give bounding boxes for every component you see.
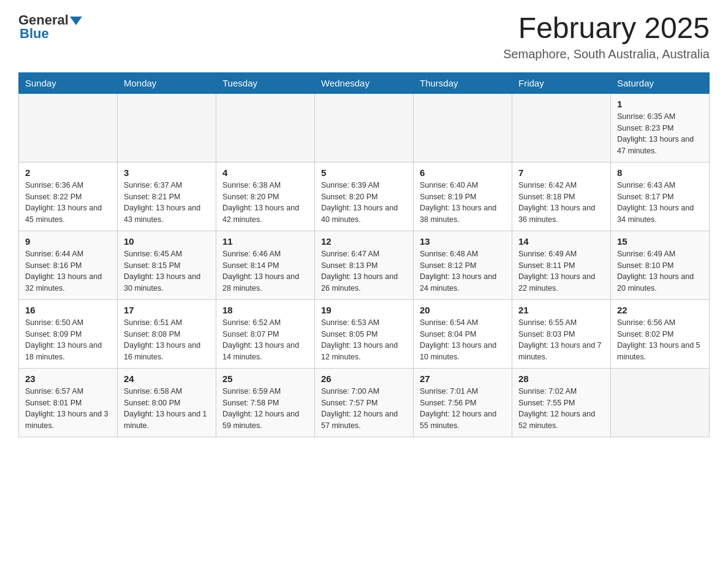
day-info: Sunrise: 6:46 AMSunset: 8:14 PMDaylight:… — [222, 248, 308, 294]
calendar-day-cell — [216, 93, 315, 162]
day-info: Sunrise: 6:38 AMSunset: 8:20 PMDaylight:… — [222, 180, 308, 226]
calendar-week-row: 16Sunrise: 6:50 AMSunset: 8:09 PMDayligh… — [19, 299, 710, 368]
day-number: 26 — [321, 373, 407, 384]
calendar-day-cell: 5Sunrise: 6:39 AMSunset: 8:20 PMDaylight… — [315, 162, 414, 231]
day-info: Sunrise: 6:49 AMSunset: 8:10 PMDaylight:… — [617, 248, 703, 294]
location-title: Semaphore, South Australia, Australia — [503, 47, 710, 61]
calendar-day-cell: 12Sunrise: 6:47 AMSunset: 8:13 PMDayligh… — [315, 231, 414, 299]
calendar-day-cell: 3Sunrise: 6:37 AMSunset: 8:21 PMDaylight… — [118, 162, 216, 231]
calendar-week-row: 1Sunrise: 6:35 AMSunset: 8:23 PMDaylight… — [19, 93, 710, 162]
calendar-day-cell: 2Sunrise: 6:36 AMSunset: 8:22 PMDaylight… — [19, 162, 118, 231]
calendar-day-cell: 28Sunrise: 7:02 AMSunset: 7:55 PMDayligh… — [512, 368, 611, 437]
day-number: 22 — [617, 305, 703, 315]
day-info: Sunrise: 6:35 AMSunset: 8:23 PMDaylight:… — [617, 111, 703, 157]
calendar-header-tuesday: Tuesday — [216, 72, 315, 93]
day-number: 12 — [321, 236, 407, 247]
calendar-day-cell: 27Sunrise: 7:01 AMSunset: 7:56 PMDayligh… — [414, 368, 512, 437]
calendar-day-cell: 26Sunrise: 7:00 AMSunset: 7:57 PMDayligh… — [315, 368, 414, 437]
day-info: Sunrise: 6:44 AMSunset: 8:16 PMDaylight:… — [25, 248, 111, 294]
day-info: Sunrise: 6:57 AMSunset: 8:01 PMDaylight:… — [25, 386, 111, 432]
calendar-day-cell — [19, 93, 118, 162]
day-info: Sunrise: 6:48 AMSunset: 8:12 PMDaylight:… — [420, 248, 506, 294]
day-number: 9 — [25, 236, 111, 247]
calendar-day-cell — [118, 93, 216, 162]
day-number: 27 — [420, 373, 506, 384]
day-number: 11 — [222, 236, 308, 247]
calendar-day-cell: 22Sunrise: 6:56 AMSunset: 8:02 PMDayligh… — [611, 299, 710, 368]
calendar-header-saturday: Saturday — [611, 72, 710, 93]
calendar-day-cell: 6Sunrise: 6:40 AMSunset: 8:19 PMDaylight… — [414, 162, 512, 231]
day-number: 19 — [321, 305, 407, 315]
day-info: Sunrise: 6:37 AMSunset: 8:21 PMDaylight:… — [124, 180, 210, 226]
day-number: 14 — [518, 236, 604, 247]
day-info: Sunrise: 7:00 AMSunset: 7:57 PMDaylight:… — [321, 386, 407, 432]
day-info: Sunrise: 6:52 AMSunset: 8:07 PMDaylight:… — [222, 317, 308, 363]
day-info: Sunrise: 6:40 AMSunset: 8:19 PMDaylight:… — [420, 180, 506, 226]
day-number: 24 — [124, 373, 210, 384]
calendar-table: SundayMondayTuesdayWednesdayThursdayFrid… — [18, 72, 710, 437]
day-info: Sunrise: 6:56 AMSunset: 8:02 PMDaylight:… — [617, 317, 703, 363]
day-info: Sunrise: 6:42 AMSunset: 8:18 PMDaylight:… — [518, 180, 604, 226]
calendar-day-cell: 24Sunrise: 6:58 AMSunset: 8:00 PMDayligh… — [118, 368, 216, 437]
day-number: 4 — [222, 167, 308, 178]
day-number: 5 — [321, 167, 407, 178]
day-number: 25 — [222, 373, 308, 384]
day-info: Sunrise: 7:01 AMSunset: 7:56 PMDaylight:… — [420, 386, 506, 432]
day-number: 16 — [25, 305, 111, 315]
calendar-day-cell: 15Sunrise: 6:49 AMSunset: 8:10 PMDayligh… — [611, 231, 710, 299]
calendar-day-cell — [512, 93, 611, 162]
day-number: 23 — [25, 373, 111, 384]
calendar-day-cell: 7Sunrise: 6:42 AMSunset: 8:18 PMDaylight… — [512, 162, 611, 231]
calendar-day-cell: 19Sunrise: 6:53 AMSunset: 8:05 PMDayligh… — [315, 299, 414, 368]
calendar-header-sunday: Sunday — [19, 72, 118, 93]
calendar-day-cell — [414, 93, 512, 162]
calendar-day-cell — [611, 368, 710, 437]
day-number: 8 — [617, 167, 703, 178]
calendar-day-cell: 4Sunrise: 6:38 AMSunset: 8:20 PMDaylight… — [216, 162, 315, 231]
page-header: General Blue February 2025 Semaphore, So… — [18, 12, 710, 61]
calendar-day-cell — [315, 93, 414, 162]
calendar-day-cell: 16Sunrise: 6:50 AMSunset: 8:09 PMDayligh… — [19, 299, 118, 368]
calendar-header-wednesday: Wednesday — [315, 72, 414, 93]
day-info: Sunrise: 6:45 AMSunset: 8:15 PMDaylight:… — [124, 248, 210, 294]
calendar-day-cell: 10Sunrise: 6:45 AMSunset: 8:15 PMDayligh… — [118, 231, 216, 299]
day-number: 3 — [124, 167, 210, 178]
calendar-header-row: SundayMondayTuesdayWednesdayThursdayFrid… — [19, 72, 710, 93]
day-info: Sunrise: 6:55 AMSunset: 8:03 PMDaylight:… — [518, 317, 604, 363]
day-number: 2 — [25, 167, 111, 178]
day-info: Sunrise: 6:54 AMSunset: 8:04 PMDaylight:… — [420, 317, 506, 363]
day-info: Sunrise: 6:53 AMSunset: 8:05 PMDaylight:… — [321, 317, 407, 363]
calendar-day-cell: 9Sunrise: 6:44 AMSunset: 8:16 PMDaylight… — [19, 231, 118, 299]
day-number: 28 — [518, 373, 604, 384]
day-number: 17 — [124, 305, 210, 315]
title-area: February 2025 Semaphore, South Australia… — [503, 12, 710, 61]
calendar-day-cell: 13Sunrise: 6:48 AMSunset: 8:12 PMDayligh… — [414, 231, 512, 299]
day-number: 10 — [124, 236, 210, 247]
day-info: Sunrise: 6:43 AMSunset: 8:17 PMDaylight:… — [617, 180, 703, 226]
calendar-day-cell: 17Sunrise: 6:51 AMSunset: 8:08 PMDayligh… — [118, 299, 216, 368]
day-number: 15 — [617, 236, 703, 247]
day-number: 13 — [420, 236, 506, 247]
day-info: Sunrise: 6:59 AMSunset: 7:58 PMDaylight:… — [222, 386, 308, 432]
calendar-day-cell: 8Sunrise: 6:43 AMSunset: 8:17 PMDaylight… — [611, 162, 710, 231]
calendar-day-cell: 1Sunrise: 6:35 AMSunset: 8:23 PMDaylight… — [611, 93, 710, 162]
month-title: February 2025 — [503, 12, 710, 45]
day-info: Sunrise: 6:39 AMSunset: 8:20 PMDaylight:… — [321, 180, 407, 226]
calendar-day-cell: 14Sunrise: 6:49 AMSunset: 8:11 PMDayligh… — [512, 231, 611, 299]
logo: General Blue — [18, 12, 82, 42]
calendar-week-row: 23Sunrise: 6:57 AMSunset: 8:01 PMDayligh… — [19, 368, 710, 437]
day-info: Sunrise: 6:49 AMSunset: 8:11 PMDaylight:… — [518, 248, 604, 294]
day-number: 20 — [420, 305, 506, 315]
calendar-week-row: 9Sunrise: 6:44 AMSunset: 8:16 PMDaylight… — [19, 231, 710, 299]
day-number: 18 — [222, 305, 308, 315]
day-info: Sunrise: 6:58 AMSunset: 8:00 PMDaylight:… — [124, 386, 210, 432]
calendar-header-friday: Friday — [512, 72, 611, 93]
day-number: 7 — [518, 167, 604, 178]
day-number: 21 — [518, 305, 604, 315]
calendar-day-cell: 25Sunrise: 6:59 AMSunset: 7:58 PMDayligh… — [216, 368, 315, 437]
calendar-week-row: 2Sunrise: 6:36 AMSunset: 8:22 PMDaylight… — [19, 162, 710, 231]
day-info: Sunrise: 7:02 AMSunset: 7:55 PMDaylight:… — [518, 386, 604, 432]
calendar-day-cell: 21Sunrise: 6:55 AMSunset: 8:03 PMDayligh… — [512, 299, 611, 368]
logo-blue: Blue — [18, 26, 49, 42]
calendar-day-cell: 23Sunrise: 6:57 AMSunset: 8:01 PMDayligh… — [19, 368, 118, 437]
